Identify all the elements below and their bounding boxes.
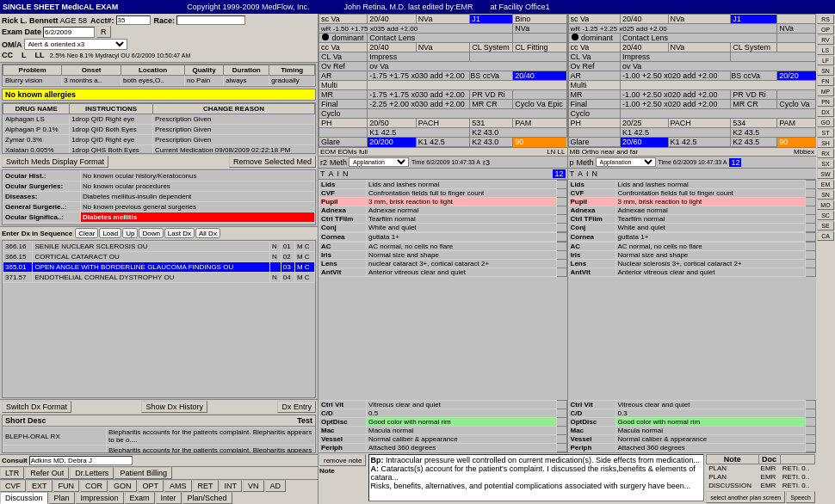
finding-scroll-r[interactable] xyxy=(556,198,566,206)
finding-scroll-l[interactable] xyxy=(806,206,816,215)
list-item[interactable]: Alphagan LS 1drop QID Right eye Prescrip… xyxy=(3,114,315,125)
finding-scroll-l[interactable] xyxy=(806,189,816,198)
nav-btn-rv[interactable]: RV xyxy=(817,35,834,45)
tab-fun[interactable]: FUN xyxy=(53,480,80,492)
tab-gon[interactable]: GON xyxy=(108,480,137,492)
tab-ret[interactable]: RET xyxy=(193,480,219,492)
oma-select[interactable]: Alert & oriented x3 xyxy=(24,39,127,50)
clear-btn[interactable]: Clear xyxy=(75,228,98,238)
nav-btn-rs[interactable]: RS xyxy=(817,15,834,24)
tab-ltr[interactable]: LTR xyxy=(0,467,24,479)
nav-btn-em[interactable]: EM xyxy=(817,180,834,189)
down-btn[interactable]: Down xyxy=(139,228,163,238)
finding-scroll-l[interactable] xyxy=(806,233,816,242)
finding-scroll-r[interactable] xyxy=(556,251,566,260)
nav-btn-sn[interactable]: SN xyxy=(817,66,834,76)
list-item[interactable]: Xalatan 0.005% 1drop QHS Both Eyes Curre… xyxy=(3,145,315,155)
list-item[interactable]: 371.57 ENDOTHELIAL CORNEAL DYSTROPHY OU … xyxy=(3,273,315,283)
switch-dx-btn[interactable]: Switch Dx Format xyxy=(2,401,71,413)
finding-scroll-l[interactable] xyxy=(806,260,816,268)
tab-plan[interactable]: Plan xyxy=(49,492,75,504)
remove-med-btn[interactable]: Remove Selected Med xyxy=(229,156,316,168)
post-scroll-r[interactable] xyxy=(556,418,566,427)
nav-btn-rx[interactable]: RX xyxy=(817,149,834,158)
finding-scroll-l[interactable] xyxy=(806,268,816,277)
post-scroll-r[interactable] xyxy=(556,401,566,409)
nav-btn-ca[interactable]: CA xyxy=(817,231,834,241)
speech-btn[interactable]: Speech xyxy=(786,491,815,503)
tab-letters[interactable]: Dr.Letters xyxy=(70,467,114,479)
list-item[interactable]: 366.16 SENILE NUCLEAR SCLEROSIS OU N 01 … xyxy=(3,242,315,252)
nav-btn-sw[interactable]: SW xyxy=(817,169,834,179)
nav-btn-lf[interactable]: LF xyxy=(817,56,834,65)
nav-btn-ls[interactable]: LS xyxy=(817,46,834,55)
tab-impression[interactable]: Impression xyxy=(76,492,124,504)
list-item[interactable]: 365.01 OPEN ANGLE WITH BORDERLINE GLAUCO… xyxy=(3,262,315,273)
list-item[interactable]: BLEPH-ORAL RX Blepharitis accounts for t… xyxy=(3,427,315,446)
finding-scroll-r[interactable] xyxy=(556,189,566,198)
tab-inter[interactable]: Inter xyxy=(156,492,182,504)
race-input[interactable] xyxy=(176,15,245,25)
tab-cor[interactable]: COR xyxy=(80,480,108,492)
finding-scroll-l[interactable] xyxy=(806,198,816,206)
last-dx-btn[interactable]: Last Dx xyxy=(164,228,195,238)
tab-exam[interactable]: Exam xyxy=(125,492,155,504)
iop-meth-select-l[interactable]: Applanation xyxy=(596,157,656,167)
post-scroll-r[interactable] xyxy=(556,435,566,444)
finding-scroll-l[interactable] xyxy=(806,224,816,232)
remove-note-btn[interactable]: remove note xyxy=(319,454,366,466)
tab-ext[interactable]: EXT xyxy=(27,480,53,492)
consult-input[interactable] xyxy=(29,456,133,465)
nav-btn-sh[interactable]: SH xyxy=(817,138,834,148)
iop-meth-select-r[interactable]: Applanation xyxy=(349,157,409,167)
nav-btn-fn[interactable]: FN xyxy=(817,77,834,86)
finding-scroll-l[interactable] xyxy=(806,251,816,260)
nav-btn-se[interactable]: SE xyxy=(817,221,834,230)
tab-billing[interactable]: Patient Billing xyxy=(114,467,172,479)
finding-scroll-l[interactable] xyxy=(806,215,816,224)
nav-btn-sx[interactable]: SX xyxy=(817,159,834,169)
tab-vn[interactable]: VN xyxy=(243,480,264,492)
nav-btn-mp[interactable]: MP xyxy=(817,87,834,96)
tab-opt[interactable]: OPT xyxy=(138,480,164,492)
finding-scroll-r[interactable] xyxy=(556,233,566,242)
load-btn[interactable]: Load xyxy=(99,228,121,238)
up-btn[interactable]: Up xyxy=(122,228,138,238)
finding-scroll-r[interactable] xyxy=(556,181,566,189)
finding-scroll-l[interactable] xyxy=(806,181,816,189)
nav-btn-sc[interactable]: SC xyxy=(817,211,834,220)
show-dx-btn[interactable]: Show Dx History xyxy=(141,401,207,413)
finding-scroll-r[interactable] xyxy=(556,215,566,224)
nav-btn-op[interactable]: OP xyxy=(817,25,834,34)
tab-refer[interactable]: Refer Out xyxy=(25,467,69,479)
list-item[interactable]: Zymar 0.3% 1drop QID Right eye Prescript… xyxy=(3,135,315,145)
post-scroll-r[interactable] xyxy=(556,444,566,452)
nav-btn-dx[interactable]: DX xyxy=(817,108,834,117)
list-item[interactable]: 366.15 CORTICAL CATARACT OU N 02 M C xyxy=(3,252,315,262)
post-scroll-r[interactable] xyxy=(556,427,566,435)
select-plan-btn[interactable]: select another plan screen xyxy=(706,491,785,503)
tab-cvf[interactable]: CVF xyxy=(0,480,26,492)
tab-discussion[interactable]: Discussion xyxy=(0,492,48,504)
finding-scroll-r[interactable] xyxy=(556,243,566,251)
tab-int[interactable]: INT xyxy=(220,480,243,492)
finding-scroll-r[interactable] xyxy=(556,268,566,277)
post-scroll-l[interactable] xyxy=(806,401,816,409)
all-dx-btn[interactable]: All Dx xyxy=(195,228,220,238)
acct-input[interactable] xyxy=(116,15,151,25)
post-scroll-l[interactable] xyxy=(806,444,816,452)
exam-date-input[interactable] xyxy=(43,27,95,38)
post-scroll-l[interactable] xyxy=(806,409,816,418)
post-scroll-l[interactable] xyxy=(806,427,816,435)
post-scroll-r[interactable] xyxy=(556,409,566,418)
list-item[interactable]: Alphagan P 0.1% 1drop QID Both Eyes Pres… xyxy=(3,125,315,135)
exam-date-btn[interactable]: R xyxy=(96,26,111,38)
dx-entry-btn[interactable]: Dx Entry xyxy=(277,401,316,413)
table-row[interactable]: Blurry vision 3 months a.. both eyes,O..… xyxy=(3,76,315,86)
nav-btn-go[interactable]: GO xyxy=(817,118,834,127)
list-item[interactable]: BLEPH-SCRUBS Blepharitis accounts for th… xyxy=(3,446,315,454)
finding-scroll-r[interactable] xyxy=(556,206,566,215)
finding-scroll-r[interactable] xyxy=(556,224,566,232)
nav-btn-mo[interactable]: MO xyxy=(817,200,834,210)
switch-meds-btn[interactable]: Switch Meds Display Format xyxy=(2,156,108,168)
